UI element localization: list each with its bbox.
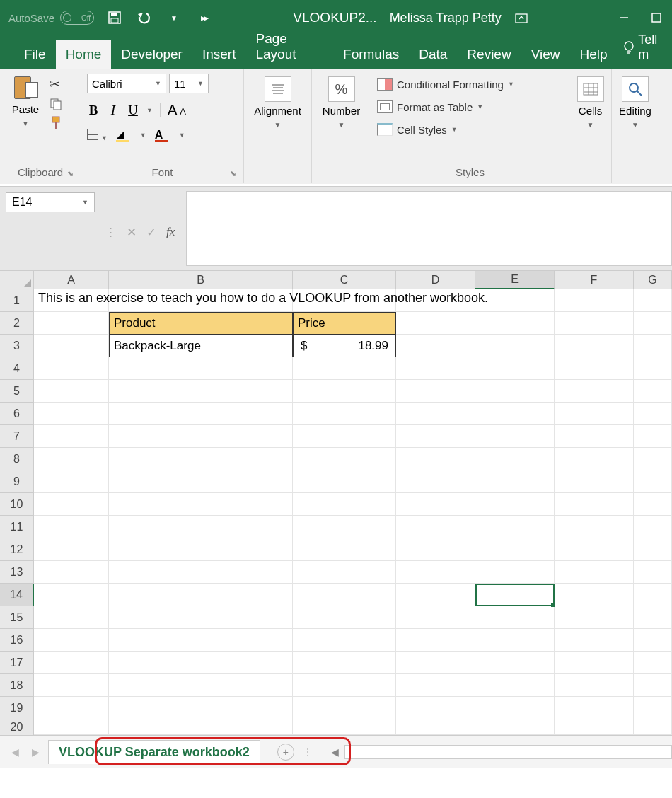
- cell-D13[interactable]: [396, 561, 475, 584]
- chevron-down-icon[interactable]: ▼: [632, 121, 639, 129]
- cell-D15[interactable]: [396, 606, 475, 629]
- cell-G12[interactable]: [634, 538, 672, 561]
- col-header-F[interactable]: F: [555, 271, 634, 289]
- cell-C16[interactable]: [293, 629, 396, 652]
- row-header-14[interactable]: 14: [0, 584, 34, 606]
- cell-G17[interactable]: [634, 652, 672, 674]
- cell-C5[interactable]: [293, 380, 396, 403]
- chevron-down-icon[interactable]: ▼: [338, 121, 345, 129]
- col-header-G[interactable]: G: [634, 271, 672, 289]
- cell-F16[interactable]: [555, 629, 634, 652]
- col-header-E[interactable]: E: [475, 271, 555, 289]
- font-size-combo[interactable]: 11▼: [169, 74, 209, 93]
- cell-F10[interactable]: [555, 493, 634, 516]
- tab-data[interactable]: Data: [409, 40, 457, 69]
- cell-G16[interactable]: [634, 629, 672, 652]
- cell-D7[interactable]: [396, 425, 475, 448]
- cell-D10[interactable]: [396, 493, 475, 516]
- cell-A16[interactable]: [34, 629, 109, 652]
- number-format-icon[interactable]: %: [328, 76, 355, 102]
- row-header-8[interactable]: 8: [0, 448, 34, 470]
- cancel-icon[interactable]: ✕: [127, 225, 137, 240]
- cell-G5[interactable]: [634, 380, 672, 403]
- cell-G15[interactable]: [634, 606, 672, 629]
- row-header-2[interactable]: 2: [0, 312, 34, 335]
- cell-E3[interactable]: [475, 335, 555, 357]
- cell-G19[interactable]: [634, 697, 672, 719]
- cell-E12[interactable]: [475, 538, 555, 561]
- cell-G20[interactable]: [634, 719, 672, 735]
- tab-page-layout[interactable]: Page Layout: [245, 24, 333, 69]
- cell-E13[interactable]: [475, 561, 555, 584]
- cell-B2[interactable]: Product: [109, 312, 293, 335]
- cell-A9[interactable]: [34, 470, 109, 493]
- tab-formulas[interactable]: Formulas: [333, 40, 409, 69]
- cell-F13[interactable]: [555, 561, 634, 584]
- row-header-9[interactable]: 9: [0, 470, 34, 493]
- row-header-3[interactable]: 3: [0, 335, 34, 357]
- enter-icon[interactable]: ✓: [146, 225, 156, 240]
- cell-C12[interactable]: [293, 538, 396, 561]
- insert-function-icon[interactable]: fx: [166, 225, 175, 239]
- cell-C8[interactable]: [293, 448, 396, 470]
- cell-D14[interactable]: [396, 584, 475, 606]
- conditional-formatting-button[interactable]: Conditional Formatting ▼: [377, 78, 563, 91]
- cell-D5[interactable]: [396, 380, 475, 403]
- row-header-10[interactable]: 10: [0, 493, 34, 516]
- row-header-11[interactable]: 11: [0, 516, 34, 538]
- cell-F4[interactable]: [555, 357, 634, 380]
- cell-E10[interactable]: [475, 493, 555, 516]
- font-color-button[interactable]: A: [155, 129, 170, 142]
- launcher-icon[interactable]: ⬊: [230, 169, 236, 178]
- find-icon[interactable]: [622, 76, 649, 102]
- format-as-table-button[interactable]: Format as Table ▼: [377, 100, 563, 113]
- alignment-icon[interactable]: [265, 76, 291, 102]
- cell-B19[interactable]: [109, 697, 293, 719]
- cell-E6[interactable]: [475, 403, 555, 425]
- copy-icon[interactable]: [50, 98, 62, 110]
- sheet-nav-next-icon[interactable]: ▶: [28, 746, 44, 758]
- chevron-down-icon[interactable]: ▼: [587, 121, 594, 129]
- cell-A14[interactable]: [34, 584, 109, 606]
- ribbon-display-icon[interactable]: [514, 11, 528, 25]
- cut-icon[interactable]: ✂: [50, 76, 62, 92]
- cell-C11[interactable]: [293, 516, 396, 538]
- tab-file[interactable]: File: [14, 40, 56, 69]
- cell-C19[interactable]: [293, 697, 396, 719]
- cell-F19[interactable]: [555, 697, 634, 719]
- tab-insert[interactable]: Insert: [192, 40, 246, 69]
- cell-E15[interactable]: [475, 606, 555, 629]
- cell-A19[interactable]: [34, 697, 109, 719]
- cell-A8[interactable]: [34, 448, 109, 470]
- cell-A18[interactable]: [34, 674, 109, 697]
- cell-F18[interactable]: [555, 674, 634, 697]
- col-header-A[interactable]: A: [34, 271, 109, 289]
- cell-A17[interactable]: [34, 652, 109, 674]
- underline-button[interactable]: U: [127, 103, 139, 118]
- cell-D12[interactable]: [396, 538, 475, 561]
- cell-C7[interactable]: [293, 425, 396, 448]
- cell-A2[interactable]: [34, 312, 109, 335]
- cell-E14[interactable]: [475, 584, 555, 606]
- cell-styles-button[interactable]: Cell Styles ▼: [377, 123, 563, 136]
- minimize-icon[interactable]: [617, 11, 631, 25]
- cell-D8[interactable]: [396, 448, 475, 470]
- name-box[interactable]: E14▼: [6, 192, 95, 212]
- row-header-7[interactable]: 7: [0, 425, 34, 448]
- cell-F9[interactable]: [555, 470, 634, 493]
- grow-font-icon[interactable]: A: [168, 102, 177, 118]
- font-name-combo[interactable]: Calibri▼: [87, 74, 166, 93]
- cell-A3[interactable]: [34, 335, 109, 357]
- fill-color-button[interactable]: ◢: [116, 128, 132, 142]
- cell-D9[interactable]: [396, 470, 475, 493]
- cell-D20[interactable]: [396, 719, 475, 735]
- tab-home[interactable]: Home: [56, 40, 112, 69]
- cell-E4[interactable]: [475, 357, 555, 380]
- cell-D16[interactable]: [396, 629, 475, 652]
- cell-B15[interactable]: [109, 606, 293, 629]
- row-header-15[interactable]: 15: [0, 606, 34, 629]
- row-header-5[interactable]: 5: [0, 380, 34, 403]
- borders-button[interactable]: ▼: [87, 129, 108, 142]
- cell-F8[interactable]: [555, 448, 634, 470]
- cell-F12[interactable]: [555, 538, 634, 561]
